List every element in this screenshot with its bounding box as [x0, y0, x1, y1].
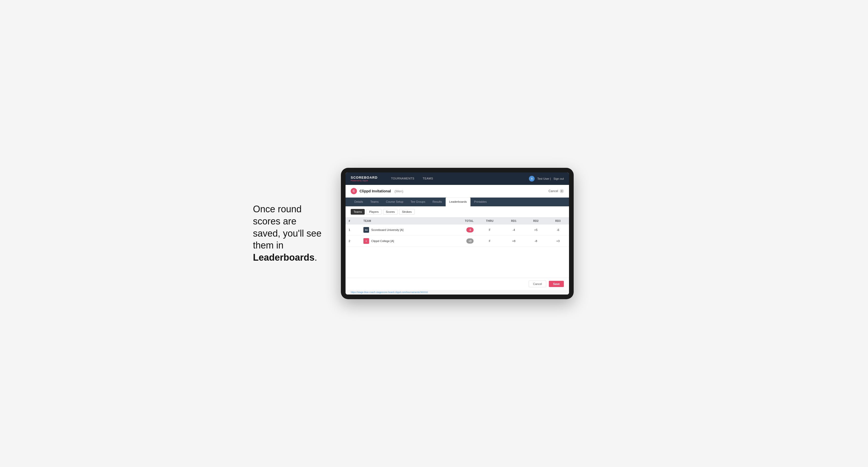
- rd2-2: -8: [525, 236, 547, 247]
- tournament-name: Clippd Invitational: [360, 189, 391, 193]
- tab-printables[interactable]: Printables: [470, 197, 490, 206]
- tournament-gender: (Men): [395, 189, 403, 193]
- content-spacer: [345, 247, 569, 278]
- save-button[interactable]: Save: [549, 281, 564, 287]
- rank-2: 2: [345, 236, 360, 247]
- tab-details[interactable]: Details: [351, 197, 367, 206]
- col-total: TOTAL: [448, 217, 477, 224]
- tablet-screen: SCOREBOARD Powered by clippd TOURNAMENTS…: [345, 173, 569, 294]
- tournament-header: C Clippd Invitational (Men) Cancel ✕: [345, 185, 569, 197]
- rank-1: 1: [345, 224, 360, 236]
- tab-course-setup[interactable]: Course Setup: [382, 197, 407, 206]
- col-rd3: RD3: [547, 217, 569, 224]
- nav-user-name: Test User |: [537, 177, 551, 180]
- filter-teams[interactable]: Teams: [351, 209, 365, 215]
- nav-links: TOURNAMENTS TEAMS: [387, 173, 524, 185]
- nav-tournaments[interactable]: TOURNAMENTS: [387, 173, 418, 185]
- filter-strokes[interactable]: Strokes: [399, 209, 414, 215]
- total-1: -5: [448, 224, 477, 236]
- team-2: C Clippd College [A]: [360, 236, 448, 247]
- table-row: 1 SU Scoreboard University [A] -5 F -4: [345, 224, 569, 236]
- filter-bar: Teams Players Scores Strokes: [345, 206, 569, 217]
- cancel-button[interactable]: Cancel: [529, 281, 546, 287]
- rd3-2: +3: [547, 236, 569, 247]
- user-avatar: S: [529, 176, 535, 182]
- thru-1: F: [477, 224, 503, 236]
- tournament-cancel[interactable]: Cancel ✕: [549, 189, 564, 193]
- sidebar-description: Once round scores are saved, you'll see …: [253, 203, 326, 264]
- col-rank: #: [345, 217, 360, 224]
- col-rd2: RD2: [525, 217, 547, 224]
- filter-scores[interactable]: Scores: [383, 209, 398, 215]
- tournament-logo: C: [351, 188, 357, 194]
- tab-tee-groups[interactable]: Tee Groups: [407, 197, 429, 206]
- nav-teams[interactable]: TEAMS: [418, 173, 437, 185]
- rd1-2: +8: [503, 236, 525, 247]
- filter-players[interactable]: Players: [366, 209, 381, 215]
- rd1-1: -4: [503, 224, 525, 236]
- rd3-1: -6: [547, 224, 569, 236]
- sign-out-link[interactable]: Sign out: [554, 177, 564, 180]
- team-logo-2: C: [363, 238, 369, 244]
- table-row: 2 C Clippd College [A] +3 F +8 -8: [345, 236, 569, 247]
- tournament-title-area: C Clippd Invitational (Men): [351, 188, 403, 194]
- score-badge-1: -5: [466, 227, 473, 232]
- close-icon[interactable]: ✕: [560, 189, 564, 193]
- brand-logo: SCOREBOARD Powered by clippd: [351, 176, 378, 182]
- team-name-2: Clippd College [A]: [371, 240, 394, 243]
- url-bar: https://stage-blue-coach.stagescore boar…: [345, 290, 569, 294]
- brand-title: SCOREBOARD: [351, 176, 378, 180]
- thru-2: F: [477, 236, 503, 247]
- page-footer: Cancel Save: [345, 278, 569, 290]
- leaderboard-table: # TEAM TOTAL THRU RD1 RD2 RD3 1: [345, 217, 569, 247]
- total-2: +3: [448, 236, 477, 247]
- tab-leaderboards[interactable]: Leaderboards: [446, 197, 470, 206]
- col-team: TEAM: [360, 217, 448, 224]
- nav-bar: SCOREBOARD Powered by clippd TOURNAMENTS…: [345, 173, 569, 185]
- nav-right: S Test User | Sign out: [529, 176, 564, 182]
- team-1: SU Scoreboard University [A]: [360, 224, 448, 236]
- tablet-device: SCOREBOARD Powered by clippd TOURNAMENTS…: [341, 168, 574, 299]
- team-name-1: Scoreboard University [A]: [371, 228, 403, 231]
- col-thru: THRU: [477, 217, 503, 224]
- tab-results[interactable]: Results: [429, 197, 446, 206]
- tab-teams[interactable]: Teams: [367, 197, 382, 206]
- sub-nav: Details Teams Course Setup Tee Groups Re…: [345, 197, 569, 206]
- team-logo-1: SU: [363, 227, 369, 233]
- score-badge-2: +3: [466, 239, 473, 244]
- col-rd1: RD1: [503, 217, 525, 224]
- brand-sub: Powered by clippd: [351, 180, 378, 182]
- rd2-1: +5: [525, 224, 547, 236]
